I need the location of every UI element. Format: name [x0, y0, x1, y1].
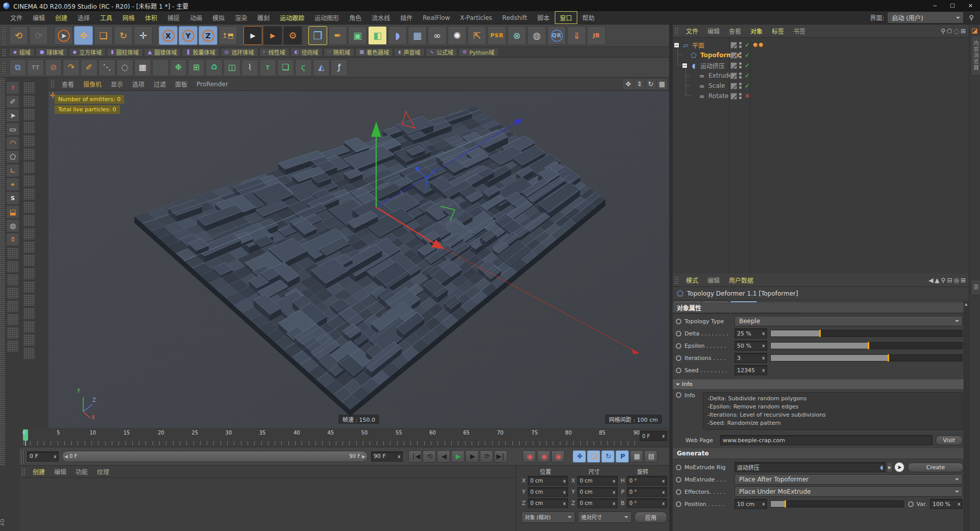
move-icon[interactable]: ✥	[74, 26, 93, 45]
object-name[interactable]: Scale	[708, 82, 725, 89]
keyframe-circle[interactable]	[676, 477, 681, 482]
mospline-icon[interactable]: ✐	[81, 59, 97, 76]
lock-z-icon[interactable]: Z	[199, 26, 217, 45]
field-button[interactable]: ❚胶囊体域	[182, 48, 219, 57]
viewport-menu-item[interactable]: 面板	[170, 78, 192, 90]
object-name[interactable]: Extrude	[708, 72, 732, 79]
frame-range-slider[interactable]: ◀ 0 F 90 F ▶	[62, 451, 368, 462]
panel-grip[interactable]	[21, 468, 26, 476]
viewport-menu-item[interactable]: 摄像机	[79, 78, 106, 90]
field-button[interactable]: ◖声音域	[394, 48, 424, 57]
menu-item[interactable]: 窗口	[555, 11, 577, 24]
record-options-button[interactable]: ◉	[551, 450, 565, 463]
menu-item[interactable]: 流水线	[366, 11, 395, 24]
object-row[interactable]: − ▱ 平面 ✓	[673, 40, 969, 50]
expander[interactable]: −	[674, 42, 679, 48]
panel-grip[interactable]	[675, 276, 679, 284]
current-frame-field[interactable]: 0 F▲▼	[640, 431, 667, 441]
add-panel-icon[interactable]: ⊞	[961, 277, 966, 284]
effector-shader-icon[interactable]: ◫	[224, 59, 240, 76]
param-slider[interactable]	[770, 330, 963, 337]
formula-icon[interactable]: ƒ	[331, 59, 348, 76]
menu-item[interactable]: 文件	[5, 11, 28, 24]
polygon-pen-icon[interactable]: ⬠	[6, 150, 19, 163]
qr-plugin-icon[interactable]: QR	[547, 26, 566, 45]
enable-toggle[interactable]: ✓	[744, 52, 751, 59]
light-icon[interactable]: ✺	[448, 26, 467, 45]
material-menu-item[interactable]: 创建	[28, 466, 50, 477]
position-field[interactable]: 0 cm▲▼	[528, 498, 568, 508]
cone-plane-icon[interactable]: ◭	[313, 59, 330, 76]
object-name[interactable]: 平面	[692, 41, 704, 50]
object-row[interactable]: ⬠ Topoformer ✓	[673, 50, 969, 60]
floor-icon[interactable]: ▦	[408, 26, 427, 45]
section-header[interactable]: 对象属性	[673, 302, 964, 313]
viewport-menu-item[interactable]: 显示	[106, 78, 128, 90]
apply-button[interactable]: 应用	[634, 512, 667, 523]
undo-icon[interactable]: ⟲	[9, 26, 28, 45]
last-tool-icon[interactable]: ✛	[134, 26, 153, 45]
field-button[interactable]: ●球体域	[36, 48, 68, 57]
visibility-dots[interactable]	[739, 83, 742, 89]
field-button[interactable]: ⊛Python域	[458, 48, 499, 57]
keyframe-circle[interactable]	[676, 355, 681, 361]
menu-item[interactable]: 运动跟踪	[275, 11, 309, 24]
record-keyframe-button[interactable]: ◉	[523, 450, 536, 463]
record-rotation-toggle[interactable]: ↻	[601, 450, 615, 463]
effector-random-icon[interactable]: ⊞	[188, 59, 205, 76]
menu-item[interactable]: RealFlow	[418, 12, 455, 23]
grid-array-icon[interactable]: ▦	[134, 59, 151, 76]
object-manager-menu-item[interactable]: 标签	[767, 25, 789, 37]
visit-button[interactable]: Visit	[936, 436, 963, 445]
record-scale-toggle[interactable]: ❑	[587, 450, 600, 463]
back-icon[interactable]: ◀	[928, 277, 933, 284]
object-manager-menu-item[interactable]: 编辑	[703, 25, 724, 37]
text-object-icon[interactable]: T	[259, 59, 276, 76]
field-button[interactable]: ◎远环体域	[220, 48, 258, 57]
layer-toggle[interactable]	[730, 42, 737, 49]
spline-pen-icon[interactable]: ✒	[328, 26, 347, 45]
attribute-menu-item[interactable]: 模式	[681, 274, 703, 286]
filter-icon[interactable]: ⬠	[947, 28, 952, 35]
tag-icons[interactable]	[753, 42, 764, 47]
visibility-dots[interactable]	[739, 52, 742, 58]
enable-toggle[interactable]: ✓	[744, 72, 751, 79]
end-frame-field[interactable]: 90 F▲▼	[371, 451, 403, 462]
drop-to-floor-icon[interactable]: ⇓	[567, 26, 586, 45]
viewport-menu-item[interactable]: 选项	[128, 78, 149, 90]
rotate-icon[interactable]: ↻	[114, 26, 133, 45]
enable-toggle[interactable]: ✓	[744, 41, 751, 49]
object-name[interactable]: 运动挤压	[700, 61, 725, 70]
tracer-icon[interactable]: ⌇	[241, 59, 258, 76]
position-field[interactable]: 10 cm▲▼	[734, 499, 767, 509]
paint-bucket-icon[interactable]: ⬓	[6, 205, 19, 219]
field-button[interactable]: ◆立方体域	[69, 48, 106, 57]
menu-item[interactable]: 角色	[344, 11, 366, 24]
link-menu-button[interactable]: ▶	[887, 462, 893, 472]
menu-item[interactable]: 脚本	[532, 11, 555, 24]
object-row[interactable]: ∞ Extrude ✓	[673, 70, 969, 81]
left-palette-grip[interactable]	[0, 78, 5, 466]
viewport-menu-item[interactable]: ProRender	[192, 79, 233, 89]
moextrude-rig-link[interactable]: 运动挤压◖ ▶ ➤	[734, 462, 904, 472]
object-manager-menu-item[interactable]: 文件	[681, 25, 703, 37]
close-button[interactable]: ✕	[968, 3, 973, 9]
enable-axis-icon[interactable]: ∟	[6, 164, 19, 177]
rotation-field[interactable]: 0 °▲▼	[627, 487, 667, 497]
layer-toggle[interactable]	[730, 52, 737, 59]
effectors-placement-select[interactable]: Place Under MoExtrude	[734, 487, 963, 497]
menu-item[interactable]: 帮助	[577, 11, 600, 24]
menu-item[interactable]: 选择	[72, 11, 95, 24]
visibility-dots[interactable]	[739, 62, 742, 68]
create-button[interactable]: Create	[908, 463, 964, 472]
goto-start-button[interactable]: ❘◀	[408, 450, 422, 463]
enable-toggle[interactable]: ✓	[744, 82, 751, 89]
coord-system-icon[interactable]: ↥⬒	[218, 26, 237, 45]
subdivision-surface-icon[interactable]: ▣	[348, 26, 367, 45]
panel-divider[interactable]	[669, 25, 673, 531]
render-view-icon[interactable]: ▶	[243, 26, 262, 45]
field-button[interactable]: ▲圆锥体域	[144, 48, 181, 57]
keyframe-circle[interactable]	[676, 331, 681, 336]
scale-icon[interactable]: ❑	[94, 26, 113, 45]
seed-field[interactable]: 12345▲▼	[734, 365, 767, 375]
